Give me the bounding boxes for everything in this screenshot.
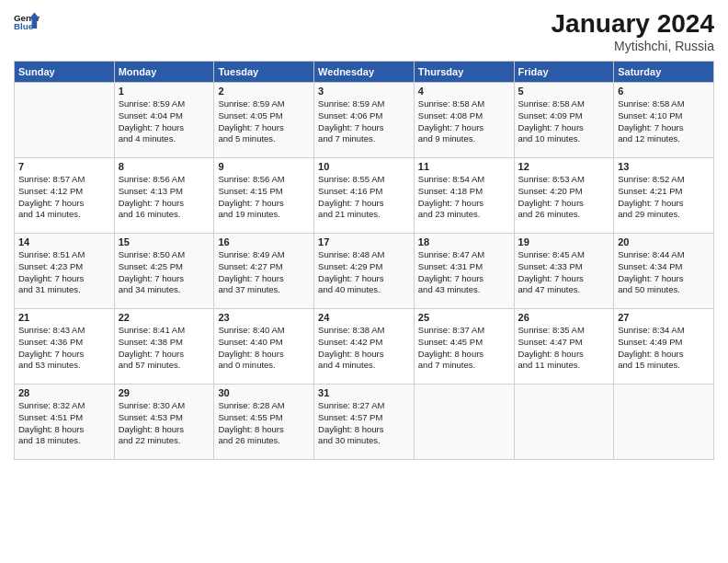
cell-line: Sunrise: 8:37 AM — [418, 325, 484, 335]
cell-line: Sunrise: 8:53 AM — [518, 174, 585, 184]
cell-details: Sunrise: 8:55 AMSunset: 4:16 PMDaylight:… — [318, 174, 410, 221]
cell-line: Sunrise: 8:49 AM — [218, 249, 284, 259]
cell-line: and 23 minutes. — [418, 209, 481, 219]
cell-line: and 10 minutes. — [518, 133, 581, 144]
cell-line: and 4 minutes. — [119, 133, 176, 144]
day-number: 29 — [119, 387, 210, 398]
cell-line: Daylight: 8 hours — [18, 424, 84, 434]
cell-line: and 47 minutes. — [518, 284, 581, 294]
cell-details: Sunrise: 8:56 AMSunset: 4:13 PMDaylight:… — [119, 174, 210, 221]
cell-line: and 12 minutes. — [618, 133, 680, 144]
cell-line: and 57 minutes. — [119, 360, 181, 370]
calendar-cell — [15, 83, 115, 158]
cell-line: Sunset: 4:08 PM — [418, 110, 483, 121]
calendar-cell: 13Sunrise: 8:52 AMSunset: 4:21 PMDayligh… — [614, 158, 714, 234]
cell-line: Sunrise: 8:56 AM — [119, 174, 185, 184]
location-title: Mytishchi, Russia — [552, 39, 714, 53]
cell-line: Sunrise: 8:51 AM — [18, 249, 85, 259]
cell-line: Daylight: 7 hours — [218, 273, 283, 283]
calendar-cell: 3Sunrise: 8:59 AMSunset: 4:06 PMDaylight… — [314, 83, 415, 158]
month-title: January 2024 — [552, 9, 714, 39]
cell-line: Sunrise: 8:56 AM — [218, 174, 284, 184]
calendar-cell: 30Sunrise: 8:28 AMSunset: 4:55 PMDayligh… — [214, 385, 314, 460]
cell-line: Daylight: 7 hours — [18, 198, 84, 208]
cell-line: Sunrise: 8:43 AM — [18, 325, 85, 335]
calendar-row-1: 7Sunrise: 8:57 AMSunset: 4:12 PMDaylight… — [15, 158, 714, 234]
cell-line: Sunset: 4:33 PM — [518, 261, 583, 271]
cell-line: Daylight: 7 hours — [119, 349, 184, 359]
cell-line: and 18 minutes. — [18, 435, 81, 445]
cell-line: Daylight: 7 hours — [418, 122, 483, 132]
calendar-cell: 22Sunrise: 8:41 AMSunset: 4:38 PMDayligh… — [114, 309, 214, 385]
cell-line: Sunset: 4:18 PM — [418, 186, 483, 196]
day-number: 19 — [518, 236, 610, 247]
cell-line: Daylight: 7 hours — [218, 122, 283, 132]
day-number: 9 — [218, 161, 310, 172]
cell-line: and 16 minutes. — [119, 209, 181, 219]
cell-line: and 9 minutes. — [418, 133, 475, 144]
cell-line: Sunset: 4:49 PM — [618, 337, 682, 347]
calendar-cell: 5Sunrise: 8:58 AMSunset: 4:09 PMDaylight… — [514, 83, 614, 158]
day-number: 4 — [418, 86, 510, 97]
cell-line: Sunrise: 8:35 AM — [518, 325, 585, 335]
cell-details: Sunrise: 8:51 AMSunset: 4:23 PMDaylight:… — [18, 249, 110, 296]
calendar-cell: 23Sunrise: 8:40 AMSunset: 4:40 PMDayligh… — [214, 309, 314, 385]
cell-details: Sunrise: 8:45 AMSunset: 4:33 PMDaylight:… — [518, 249, 610, 296]
day-number: 25 — [418, 312, 510, 323]
cell-line: and 43 minutes. — [418, 284, 481, 294]
cell-line: Daylight: 7 hours — [518, 273, 584, 283]
cell-line: Daylight: 7 hours — [318, 273, 383, 283]
cell-line: Daylight: 8 hours — [318, 424, 383, 434]
calendar-cell: 26Sunrise: 8:35 AMSunset: 4:47 PMDayligh… — [514, 309, 614, 385]
day-number: 23 — [218, 312, 310, 323]
cell-details: Sunrise: 8:44 AMSunset: 4:34 PMDaylight:… — [618, 249, 710, 296]
cell-line: Sunset: 4:09 PM — [518, 110, 583, 121]
cell-line: Sunrise: 8:45 AM — [518, 249, 585, 259]
calendar-row-4: 28Sunrise: 8:32 AMSunset: 4:51 PMDayligh… — [15, 385, 714, 460]
calendar-row-0: 1Sunrise: 8:59 AMSunset: 4:04 PMDaylight… — [15, 83, 714, 158]
cell-line: Sunset: 4:05 PM — [218, 110, 282, 121]
cell-line: Sunset: 4:23 PM — [18, 261, 83, 271]
calendar-cell: 10Sunrise: 8:55 AMSunset: 4:16 PMDayligh… — [314, 158, 415, 234]
col-sunday: Sunday — [15, 62, 115, 83]
cell-details: Sunrise: 8:38 AMSunset: 4:42 PMDaylight:… — [318, 325, 410, 372]
calendar-cell: 25Sunrise: 8:37 AMSunset: 4:45 PMDayligh… — [414, 309, 514, 385]
day-number: 8 — [119, 161, 210, 172]
col-friday: Friday — [514, 62, 614, 83]
cell-details: Sunrise: 8:41 AMSunset: 4:38 PMDaylight:… — [119, 325, 210, 372]
cell-line: Sunset: 4:57 PM — [318, 412, 382, 422]
calendar-cell: 2Sunrise: 8:59 AMSunset: 4:05 PMDaylight… — [214, 83, 314, 158]
cell-line: and 22 minutes. — [119, 435, 181, 445]
cell-line: Daylight: 8 hours — [418, 349, 483, 359]
cell-line: Daylight: 7 hours — [119, 122, 184, 132]
cell-line: and 7 minutes. — [318, 133, 375, 144]
cell-details: Sunrise: 8:27 AMSunset: 4:57 PMDaylight:… — [318, 400, 410, 447]
cell-line: and 50 minutes. — [618, 284, 680, 294]
cell-line: Sunrise: 8:48 AM — [318, 249, 384, 259]
calendar-row-2: 14Sunrise: 8:51 AMSunset: 4:23 PMDayligh… — [15, 234, 714, 309]
calendar-cell: 17Sunrise: 8:48 AMSunset: 4:29 PMDayligh… — [314, 234, 415, 309]
cell-line: and 34 minutes. — [119, 284, 181, 294]
col-wednesday: Wednesday — [314, 62, 415, 83]
col-tuesday: Tuesday — [214, 62, 314, 83]
cell-line: and 30 minutes. — [318, 435, 381, 445]
cell-details: Sunrise: 8:54 AMSunset: 4:18 PMDaylight:… — [418, 174, 510, 221]
day-number: 2 — [218, 86, 310, 97]
cell-line: Daylight: 7 hours — [418, 198, 483, 208]
cell-line: Daylight: 8 hours — [318, 349, 383, 359]
cell-line: Sunset: 4:27 PM — [218, 261, 282, 271]
calendar-cell: 18Sunrise: 8:47 AMSunset: 4:31 PMDayligh… — [414, 234, 514, 309]
cell-details: Sunrise: 8:34 AMSunset: 4:49 PMDaylight:… — [618, 325, 710, 372]
cell-line: Daylight: 7 hours — [119, 198, 184, 208]
cell-line: Sunset: 4:38 PM — [119, 337, 183, 347]
cell-line: Sunrise: 8:57 AM — [18, 174, 85, 184]
cell-line: Sunrise: 8:38 AM — [318, 325, 384, 335]
calendar-cell — [514, 385, 614, 460]
col-thursday: Thursday — [414, 62, 514, 83]
logo: General Blue — [14, 9, 40, 35]
cell-line: Sunset: 4:51 PM — [18, 412, 83, 422]
cell-line: Sunset: 4:40 PM — [218, 337, 282, 347]
title-block: January 2024 Mytishchi, Russia — [552, 9, 714, 53]
cell-line: Sunset: 4:15 PM — [218, 186, 282, 196]
cell-line: Daylight: 7 hours — [518, 122, 584, 132]
